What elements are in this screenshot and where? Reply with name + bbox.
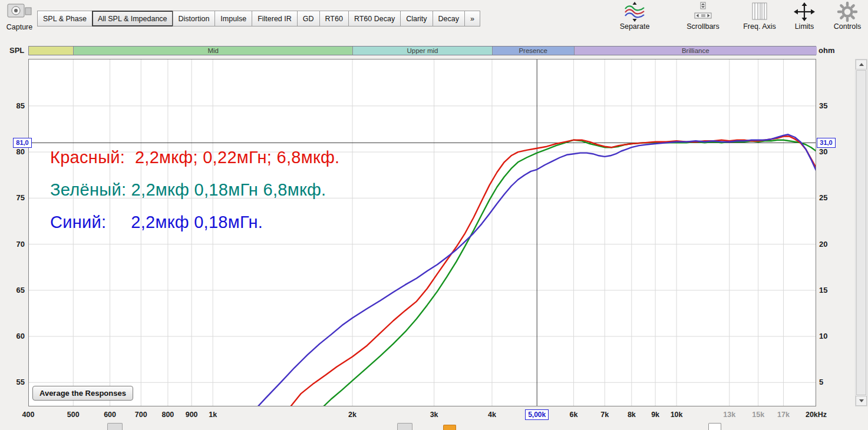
tool-scrollbars[interactable]: Scrollbars	[676, 1, 730, 31]
ohm-tick-5: 5	[819, 378, 843, 387]
freq-band-label: Mid	[207, 47, 219, 54]
left-axis-title: SPL	[9, 46, 24, 55]
trace-1	[320, 140, 817, 406]
right-axis-title: ohm	[819, 46, 834, 55]
cropped-control-3	[443, 425, 456, 430]
cursor-ohm-readout: 31,0	[817, 138, 836, 148]
tab-decay[interactable]: Decay	[433, 11, 465, 27]
x-axis-label-9k: 9k	[651, 411, 659, 419]
separate-icon	[608, 1, 662, 22]
ohm-tick-20: 20	[819, 240, 843, 249]
x-axis-label-10k: 10k	[671, 411, 683, 419]
tab-more[interactable]: »	[464, 11, 480, 27]
annotation-3: Синий: 2,2мкф 0,18мГн.	[50, 213, 263, 232]
tool-separate[interactable]: Separate	[608, 1, 662, 31]
spl-tick-70: 70	[0, 240, 25, 249]
cropped-control-4	[708, 423, 721, 430]
cropped-control-1	[107, 423, 123, 430]
annotation-2: Зелёный: 2,2мкф 0,18мГн 6,8мкф.	[50, 180, 326, 200]
freq-band-presence: Presence	[493, 47, 575, 55]
x-axis-label-2k: 2k	[348, 411, 357, 419]
spl-tick-60: 60	[0, 332, 25, 341]
tool-label: Scrollbars	[676, 22, 730, 31]
spl-tick-55: 55	[0, 378, 25, 387]
x-axis-label-17k: 17k	[777, 411, 790, 419]
spl-impedance-plot[interactable]	[28, 59, 816, 406]
tool-label: Controls	[820, 22, 868, 31]
scrollbars-icon	[676, 1, 730, 22]
tab-rt60-decay[interactable]: RT60 Decay	[348, 11, 401, 27]
rew-app-window: Capture SPL & PhaseAll SPL & ImpedanceDi…	[0, 0, 868, 430]
ohm-tick-35: 35	[819, 101, 843, 111]
tab-all-spl-impedance[interactable]: All SPL & Impedance	[92, 11, 173, 27]
graph-tabs: SPL & PhaseAll SPL & ImpedanceDistortion…	[38, 11, 480, 27]
tab-gd[interactable]: GD	[297, 11, 320, 27]
capture-label: Capture	[2, 23, 37, 31]
plot-border	[29, 59, 816, 406]
tool-controls[interactable]: Controls	[820, 1, 868, 31]
cropped-control-2	[397, 423, 412, 430]
annotation-1: Красный: 2,2мкф; 0,22мГн; 6,8мкф.	[50, 148, 339, 167]
x-axis-label-15k: 15k	[752, 411, 764, 419]
x-axis-label-13k: 13k	[723, 411, 735, 419]
tab-clarity[interactable]: Clarity	[400, 11, 433, 27]
capture-icon	[2, 1, 37, 23]
freq-band-upper-mid: Upper mid	[353, 47, 493, 55]
controls-icon	[820, 1, 868, 22]
spl-tick-65: 65	[0, 286, 25, 295]
x-axis-label-3k: 3k	[430, 411, 438, 419]
x-axis-label-8k: 8k	[628, 411, 636, 419]
tab-rt60[interactable]: RT60	[319, 11, 349, 27]
x-axis-label-1k: 1k	[209, 411, 217, 419]
tab-distortion[interactable]: Distortion	[173, 11, 216, 27]
x-axis-label-4k: 4k	[488, 411, 496, 419]
x-axis-label-20khz: 20kHz	[806, 411, 827, 419]
ohm-tick-10: 10	[819, 332, 843, 341]
tab-filtered-ir[interactable]: Filtered IR	[252, 11, 298, 27]
down-arrow-icon	[859, 399, 864, 402]
ohm-tick-15: 15	[819, 286, 843, 295]
spl-tick-85: 85	[0, 101, 25, 111]
scrollbar-thumb[interactable]	[856, 70, 866, 395]
x-axis-label-400: 400	[22, 411, 35, 419]
tab-impulse[interactable]: Impulse	[214, 11, 252, 27]
up-arrow-icon	[859, 63, 864, 66]
average-responses-button[interactable]: Average the Responses	[32, 386, 133, 401]
spl-tick-80: 80	[0, 147, 25, 157]
frequency-bands-strip: MidUpper midPresenceBrilliance	[28, 46, 816, 55]
trace-2	[288, 137, 816, 407]
x-axis-label-700: 700	[135, 411, 147, 419]
x-axis-label-7k: 7k	[600, 411, 609, 419]
freq-band-label: Presence	[519, 47, 547, 54]
freq-band-label: Upper mid	[407, 47, 438, 54]
scroll-up-button[interactable]	[856, 59, 867, 70]
spl-tick-75: 75	[0, 193, 25, 203]
x-axis-label-600: 600	[104, 411, 116, 419]
freq-band-brilliance: Brilliance	[575, 47, 817, 55]
freq-band-label: Brilliance	[682, 47, 709, 54]
ohm-tick-30: 30	[819, 147, 843, 157]
x-axis-label-500: 500	[67, 411, 80, 419]
x-axis-label-6k: 6k	[570, 411, 578, 419]
capture-button[interactable]: Capture	[2, 1, 37, 31]
freq-band-mid: Mid	[74, 47, 353, 55]
x-axis-label-800: 800	[161, 411, 174, 419]
vertical-scrollbar[interactable]	[855, 59, 867, 406]
scroll-down-button[interactable]	[856, 396, 867, 406]
ohm-tick-25: 25	[819, 193, 843, 203]
cursor-spl-readout: 81,0	[13, 138, 32, 148]
cursor-frequency-readout: 5,00k	[525, 409, 549, 420]
tool-label: Separate	[608, 22, 662, 31]
tab-spl-phase[interactable]: SPL & Phase	[37, 11, 93, 27]
x-axis-label-900: 900	[186, 411, 198, 419]
freq-band-low	[29, 47, 74, 55]
